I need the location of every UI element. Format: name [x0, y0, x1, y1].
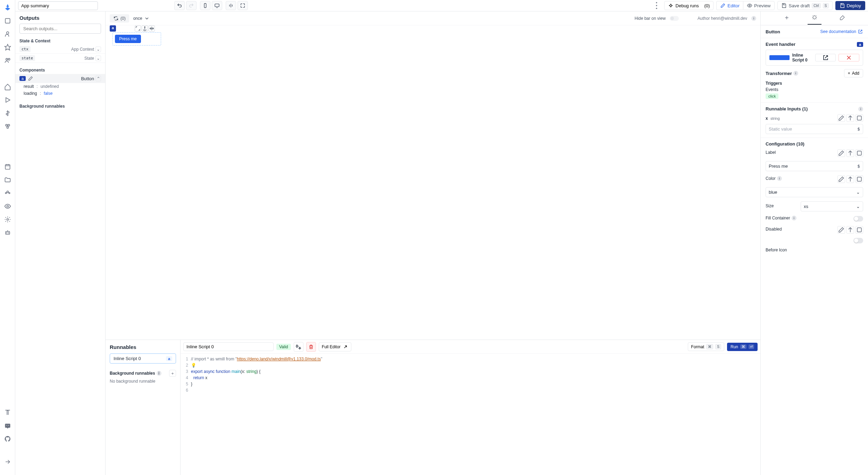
users-icon[interactable]	[4, 57, 11, 64]
eval-input-button[interactable]	[856, 114, 863, 122]
app-title-input[interactable]	[18, 1, 98, 10]
chevron-down-icon	[144, 16, 150, 21]
connect-disabled-button[interactable]	[846, 226, 854, 234]
user-icon[interactable]	[4, 31, 11, 38]
fill-container-toggle[interactable]	[853, 216, 863, 222]
edit-label-button[interactable]	[837, 149, 845, 157]
add-transformer-button[interactable]: +Add	[844, 69, 863, 77]
component-a-row[interactable]: a Button⌃	[15, 74, 105, 83]
add-bg-runnable-button[interactable]: +	[169, 370, 176, 377]
edit-input-button[interactable]	[837, 114, 845, 122]
anchor-handle[interactable]	[142, 25, 148, 32]
connect-label-button[interactable]	[846, 149, 854, 157]
press-me-button[interactable]: Press me	[115, 35, 141, 43]
svg-rect-28	[857, 177, 861, 181]
mobile-view-button[interactable]	[200, 1, 210, 10]
ctx-row[interactable]: ctx App Context⌄	[15, 45, 105, 54]
edit-disabled-button[interactable]	[837, 226, 845, 234]
preview-tab[interactable]: Preview	[743, 1, 774, 10]
more-menu-button[interactable]	[652, 1, 661, 10]
info-icon[interactable]: i	[157, 371, 161, 376]
discord-icon[interactable]	[4, 422, 11, 429]
info-icon[interactable]: i	[792, 216, 796, 220]
expand-button[interactable]	[237, 1, 248, 10]
settings-tab[interactable]	[808, 12, 821, 25]
script-name-input[interactable]	[183, 342, 274, 351]
format-button[interactable]: Format⌘S	[688, 342, 724, 351]
info-icon[interactable]: i	[858, 107, 863, 111]
color-label: Color	[766, 176, 776, 181]
expand-handle[interactable]	[135, 25, 141, 32]
editor-tab[interactable]: Editor	[716, 1, 743, 10]
svg-point-20	[656, 2, 657, 3]
github-icon[interactable]	[4, 435, 11, 442]
home-icon[interactable]	[4, 17, 11, 24]
redo-button[interactable]	[186, 1, 197, 10]
bot-icon[interactable]	[4, 229, 11, 236]
align-button[interactable]	[226, 1, 236, 10]
run-button[interactable]: Run⌘⏎	[727, 343, 758, 351]
hide-bar-toggle[interactable]	[670, 16, 679, 21]
dollar-icon[interactable]: $	[857, 164, 860, 169]
play-icon[interactable]	[4, 97, 11, 103]
eye-icon[interactable]	[4, 203, 11, 210]
magic-button[interactable]	[294, 342, 303, 352]
once-selector[interactable]: once	[133, 16, 150, 21]
state-row[interactable]: state State⌄	[15, 54, 105, 63]
team-icon[interactable]	[4, 190, 11, 197]
disabled-toggle[interactable]	[853, 238, 863, 243]
dollar-icon[interactable]	[4, 110, 11, 117]
nav-home-icon[interactable]	[4, 83, 11, 90]
svg-rect-29	[857, 228, 861, 232]
debug-runs-button[interactable]: Debug runs (0)	[664, 1, 714, 10]
connect-input-button[interactable]	[846, 114, 854, 122]
refresh-button[interactable]: (0)	[110, 14, 129, 23]
static-value-input[interactable]: Static value$	[766, 124, 863, 134]
info-icon[interactable]: i	[777, 176, 782, 181]
move-handle[interactable]	[149, 25, 155, 32]
add-tab[interactable]	[780, 12, 794, 24]
calendar-icon[interactable]	[4, 163, 11, 170]
folder-icon[interactable]	[4, 176, 11, 183]
dollar-icon[interactable]: $	[857, 126, 860, 132]
bg-runnables-heading: Background runnables	[15, 102, 105, 110]
css-tab[interactable]	[835, 12, 849, 24]
book-icon[interactable]	[4, 409, 11, 416]
gear-icon[interactable]	[4, 216, 11, 223]
runnable-item[interactable]: Inline Script 0 a	[110, 353, 176, 364]
no-bg-runnable-text: No background runnable	[110, 379, 176, 384]
remove-script-button[interactable]	[838, 54, 859, 61]
cluster-icon[interactable]	[4, 123, 11, 130]
delete-script-button[interactable]	[306, 342, 316, 352]
size-select[interactable]: xs⌄	[801, 201, 863, 211]
info-icon[interactable]: i	[793, 71, 798, 76]
eval-disabled-button[interactable]	[856, 226, 863, 234]
debug-runs-count: (0)	[704, 3, 710, 8]
svg-point-22	[656, 8, 657, 9]
save-draft-button[interactable]: Save draftCtrlS	[777, 1, 833, 10]
edit-color-button[interactable]	[837, 175, 845, 183]
eval-color-button[interactable]	[856, 175, 863, 183]
color-select[interactable]: blue⌄	[766, 187, 863, 197]
open-script-button[interactable]	[815, 54, 836, 61]
chevron-down-icon[interactable]: ⌄	[95, 56, 101, 61]
desktop-view-button[interactable]	[212, 1, 222, 10]
see-documentation-link[interactable]: See documentation	[820, 29, 863, 34]
svg-point-4	[8, 58, 10, 60]
windmill-logo[interactable]	[4, 3, 11, 11]
deploy-button[interactable]: Deploy	[835, 1, 866, 10]
search-outputs-input[interactable]	[19, 24, 101, 34]
svg-point-24	[749, 5, 750, 6]
label-value-input[interactable]: Press me$	[766, 161, 863, 171]
star-icon[interactable]	[4, 44, 11, 51]
info-icon[interactable]: i	[751, 16, 756, 21]
chevron-down-icon[interactable]: ⌄	[95, 47, 101, 52]
eval-label-button[interactable]	[856, 149, 863, 157]
full-editor-button[interactable]: Full Editor	[319, 342, 351, 351]
code-editor[interactable]: 123456 // import * as wmill from "https:…	[181, 354, 760, 475]
pencil-icon[interactable]	[28, 76, 33, 81]
connect-color-button[interactable]	[846, 175, 854, 183]
chevron-up-icon[interactable]: ⌃	[95, 76, 101, 81]
exit-icon[interactable]	[4, 458, 11, 465]
undo-button[interactable]	[174, 1, 185, 10]
